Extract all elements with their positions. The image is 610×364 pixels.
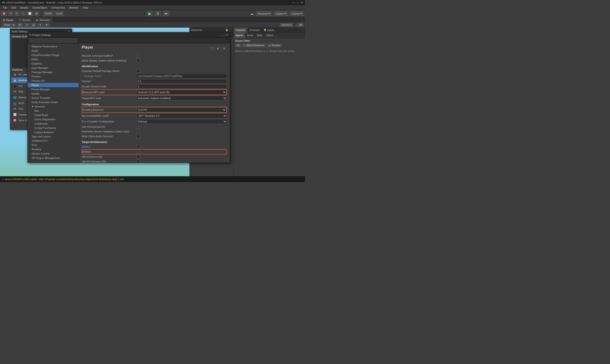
ps-version-control[interactable]: Version Control [28,152,79,156]
menu-component[interactable]: Component [49,5,67,10]
player-layout-btn[interactable]: ⊞ [215,46,221,51]
ps-maximize-button[interactable]: □ [223,33,225,37]
ps-tags-layers[interactable]: Tags and Layers [28,134,79,139]
ps-cloud-build[interactable]: Cloud Build [28,113,79,117]
all-filter-btn[interactable]: All [235,44,241,47]
arm64-checkbox[interactable] [137,150,140,153]
cloud-icon[interactable]: ☁ [249,11,255,16]
ps-xr-plugin[interactable]: XR Plug-in Management [28,156,79,160]
armv7-checkbox[interactable] [137,145,140,148]
game-tab[interactable]: ☰ Game [0,18,16,22]
ps-ads[interactable]: Ads [28,109,79,113]
ps-collaborate[interactable]: Collaborate [28,121,79,126]
api-compat-select[interactable]: .NET Standard 2.0 [137,113,227,118]
recycle-checkbox[interactable] [137,54,140,57]
inspector-tab[interactable]: Inspector [234,28,247,33]
inspector-more-icon[interactable]: ⋮ [300,29,305,32]
occlusion-tab[interactable]: Occlusion [247,28,262,33]
terrains-filter-btn[interactable]: ⛰ Terrains [267,44,282,47]
object-tab[interactable]: Object [264,33,275,38]
player-help-btn[interactable]: ? [209,46,214,51]
ps-quality[interactable]: Quality [28,91,79,96]
local-button[interactable]: Local [54,11,64,16]
scale-tool-button[interactable]: ⤡ [21,11,26,16]
menu-assets[interactable]: Assets [18,5,30,10]
ps-audio[interactable]: Audio [28,49,79,53]
x86-64-checkbox[interactable] [137,160,140,162]
ps-preset-manager[interactable]: Preset Manager [28,87,79,91]
version-input[interactable] [137,79,227,83]
assembly-validation-checkbox[interactable] [137,130,140,133]
transform-tool-button[interactable]: ⊞ [34,11,39,16]
ps-cloud-diagnostics[interactable]: Cloud Diagnostics [28,117,79,121]
minimize-button[interactable]: — [292,1,295,4]
step-button[interactable]: ⏭ [163,11,169,16]
play-button[interactable]: ▶ [147,11,153,16]
ps-script-execution[interactable]: Script Execution Order [28,100,79,104]
hierarchy-add-button[interactable]: + [230,33,232,36]
ps-close-button[interactable]: ✕ [226,33,228,37]
areas-tab[interactable]: Areas [245,33,255,38]
agents-tab[interactable]: Agents [234,33,245,38]
layout-dropdown[interactable]: Layout▾ [289,11,304,16]
menu-help[interactable]: Help [81,5,90,10]
ps-services[interactable]: ▼ Services [28,104,79,109]
shading-select[interactable]: Shaded [1,23,16,27]
center-button[interactable]: Center [43,11,54,16]
ps-textmesh-pro[interactable]: TextMesh Pro [28,139,79,143]
ps-minimize-button[interactable]: _ [221,33,222,37]
ps-graphics[interactable]: Graphics [28,62,79,66]
move-tool-button[interactable]: ✛ [8,11,13,16]
ps-time[interactable]: Time [28,143,79,147]
bake-tab[interactable]: Bake [255,33,264,38]
maximize-button[interactable]: □ [297,1,299,4]
target-api-select[interactable]: Automatic (highest installed) [137,96,227,101]
hand-tool-button[interactable]: ✋ [1,11,7,16]
all-filter-button[interactable]: All [298,23,304,27]
lighting-toggle[interactable]: ☀ [24,23,29,27]
ps-editor[interactable]: Editor [28,57,79,62]
ps-timeline[interactable]: Timeline [28,147,79,152]
bundle-version-input[interactable] [137,84,227,89]
audio-toggle[interactable]: 🔊 [30,23,37,27]
hierarchy-lock-icon[interactable]: 🔒 [225,28,229,31]
scripting-backend-select[interactable]: IL2CPP [137,107,226,112]
player-gear-btn[interactable]: ⚙ [221,46,227,51]
scene-tab[interactable]: ⬡ Scene [16,18,33,22]
cpp-compiler-select[interactable]: Release [137,119,227,124]
lighting-tab[interactable]: 💡 Lightin... [262,28,278,33]
ps-input-manager[interactable]: Input Manager [28,66,79,70]
menu-gameobject[interactable]: GameObject [30,5,49,10]
incremental-gc-checkbox[interactable] [137,125,140,128]
gizmos-button[interactable]: Gizmos ▾ [280,23,293,27]
scene-visibility-toggle[interactable]: 👁 [44,23,50,27]
menu-edit[interactable]: Edit [10,5,18,10]
ps-physics2d[interactable]: Physics 2D [28,78,79,83]
2d-button[interactable]: 2D [17,23,23,27]
package-name-input[interactable] [137,74,227,78]
hierarchy-more-icon[interactable]: ⋮ [230,28,232,31]
override-package-checkbox[interactable] [137,69,140,73]
animator-tab[interactable]: ► Animator [33,18,53,22]
layers-dropdown[interactable]: Layers▾ [273,11,288,16]
menu-file[interactable]: File [1,5,9,10]
apply-display-checkbox[interactable] [137,59,140,62]
pause-button[interactable]: ⏸ [155,11,161,16]
ps-physics[interactable]: Physics [28,74,79,78]
ps-cloudfoundation[interactable]: CloudFoundation Plugin [28,53,79,57]
ps-in-app-purchasing[interactable]: In-App Purchasing [28,126,79,130]
scene-dots-button[interactable]: ⋮ [301,19,304,22]
ps-search-input[interactable] [29,38,77,43]
min-api-select[interactable]: Android 11.0 (API level 30) [137,90,226,95]
effects-toggle[interactable]: ✦ [38,23,43,27]
ps-scene-template[interactable]: Scene Template [28,96,79,100]
ps-package-manager[interactable]: Package Manager [28,70,79,74]
x86-checkbox[interactable] [137,155,140,158]
account-dropdown[interactable]: Account▾ [256,11,272,16]
rect-tool-button[interactable]: ⬜ [27,11,33,16]
ps-player[interactable]: Player [28,83,79,87]
menu-window[interactable]: Window [67,5,80,10]
ps-adaptive-performance[interactable]: Adaptive Performance [28,44,79,49]
rotate-tool-button[interactable]: ↻ [14,11,20,16]
mute-audio-checkbox[interactable] [137,135,140,138]
